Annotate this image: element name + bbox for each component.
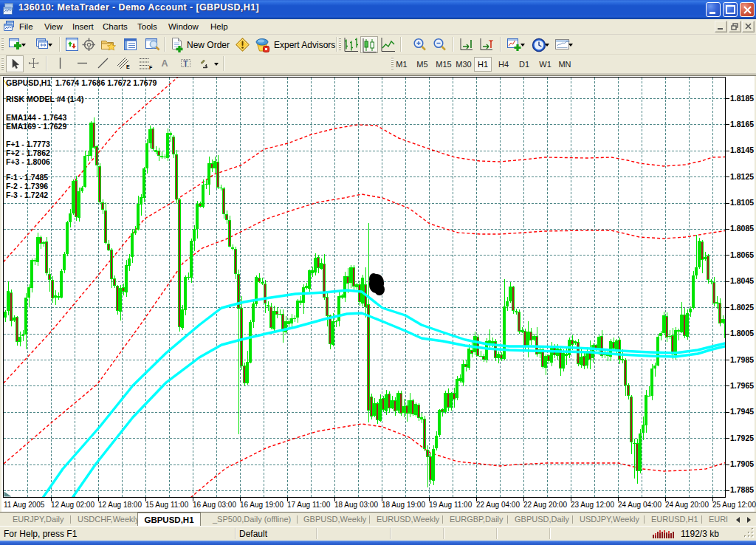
- svg-text:A: A: [162, 58, 168, 69]
- svg-text:RISK MODEL #4 (1-4): RISK MODEL #4 (1-4): [6, 95, 83, 103]
- svg-text:17 Aug 11:00: 17 Aug 11:00: [287, 501, 331, 509]
- svg-text:16 Aug 03:00: 16 Aug 03:00: [193, 501, 236, 509]
- svg-text:1.8045: 1.8045: [730, 276, 754, 285]
- svg-text:1.7985: 1.7985: [730, 355, 754, 364]
- svg-text:1.8185: 1.8185: [730, 94, 754, 103]
- svg-text:1.7945: 1.7945: [730, 407, 754, 416]
- svg-text:25 Aug 12:00: 25 Aug 12:00: [712, 501, 756, 509]
- svg-text:1.7905: 1.7905: [730, 459, 754, 468]
- svg-text:1.7965: 1.7965: [730, 381, 754, 390]
- svg-text:1.8005: 1.8005: [730, 329, 754, 337]
- svg-text:F-3 - 1.7242: F-3 - 1.7242: [6, 191, 48, 199]
- svg-text:1.8065: 1.8065: [730, 250, 754, 259]
- svg-text:19 Aug 11:00: 19 Aug 11:00: [429, 501, 472, 509]
- svg-text:EMA169 - 1.7629: EMA169 - 1.7629: [6, 122, 66, 131]
- svg-text:F-2 - 1.7396: F-2 - 1.7396: [6, 182, 48, 191]
- svg-text:1.8025: 1.8025: [730, 303, 754, 312]
- svg-text:EMA144 - 1.7643: EMA144 - 1.7643: [6, 113, 66, 122]
- svg-text:1.8125: 1.8125: [730, 172, 754, 181]
- svg-text:11 Aug 2005: 11 Aug 2005: [4, 501, 45, 509]
- svg-text:F+2 - 1.7862: F+2 - 1.7862: [6, 148, 50, 157]
- svg-text:T: T: [183, 59, 188, 68]
- svg-text:1.7885: 1.7885: [730, 485, 754, 494]
- svg-text:23 Aug 12:00: 23 Aug 12:00: [571, 501, 614, 509]
- svg-text:12 Aug 02:00: 12 Aug 02:00: [51, 501, 94, 509]
- svg-text:E: E: [126, 64, 130, 69]
- svg-text:F+3 - 1.8006: F+3 - 1.8006: [6, 157, 50, 166]
- svg-text:1.8105: 1.8105: [730, 198, 754, 207]
- svg-text:18 Aug 19:00: 18 Aug 19:00: [382, 501, 425, 509]
- svg-text:22 Aug 04:00: 22 Aug 04:00: [476, 501, 520, 509]
- svg-text:1.8145: 1.8145: [730, 145, 754, 154]
- svg-text:F-1 - 1.7485: F-1 - 1.7485: [6, 173, 48, 182]
- svg-text:1.8085: 1.8085: [730, 224, 754, 233]
- svg-text:22 Aug 20:00: 22 Aug 20:00: [523, 501, 567, 509]
- svg-text:GBPUSD,H1 1.7674 1.7686 1.767: GBPUSD,H1 1.7674 1.7686 1.7672 1.7679: [6, 78, 157, 87]
- svg-text:18 Aug 03:00: 18 Aug 03:00: [334, 501, 378, 509]
- svg-text:F: F: [149, 65, 153, 70]
- svg-text:F+1 - 1.7773: F+1 - 1.7773: [6, 140, 50, 148]
- svg-text:1.7925: 1.7925: [730, 433, 754, 442]
- svg-text:24 Aug 04:00: 24 Aug 04:00: [618, 501, 662, 509]
- svg-text:1.8165: 1.8165: [730, 120, 754, 128]
- svg-text:16 Aug 19:00: 16 Aug 19:00: [240, 501, 284, 509]
- svg-text:15 Aug 11:00: 15 Aug 11:00: [145, 501, 189, 509]
- svg-text:24 Aug 20:00: 24 Aug 20:00: [665, 501, 709, 509]
- svg-text:12 Aug 18:00: 12 Aug 18:00: [98, 501, 142, 509]
